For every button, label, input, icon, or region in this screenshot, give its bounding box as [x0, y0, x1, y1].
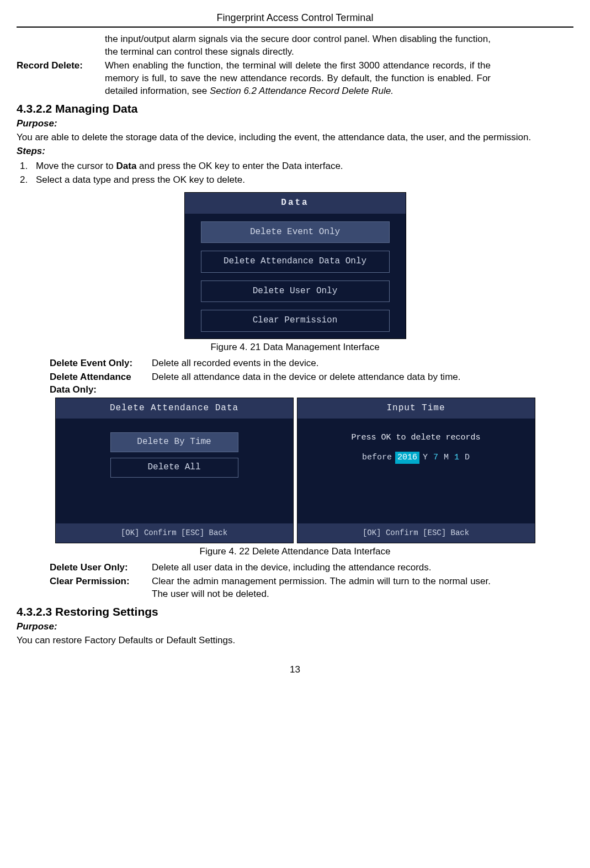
screen-title-data: Data — [185, 193, 406, 214]
figure-4-21: Data Delete Event Only Delete Attendance… — [17, 192, 573, 354]
caption-4-21: Figure 4. 21 Data Management Interface — [17, 341, 573, 354]
def-delete-attendance: Delete Attendance Data Only: Delete all … — [50, 371, 491, 396]
menu-item-clear-permission[interactable]: Clear Permission — [201, 310, 390, 332]
heading-4323: 4.3.2.3 Restoring Settings — [17, 604, 573, 620]
step1-bold: Data — [116, 161, 137, 171]
menu-item-delete-attendance[interactable]: Delete Attendance Data Only — [201, 251, 390, 273]
before-label: before — [362, 452, 392, 463]
figure-4-22: Delete Attendance Data Delete By Time De… — [17, 398, 573, 544]
year-suffix: Y — [423, 452, 428, 463]
def-delete-event-desc: Delete all recorded events in the device… — [152, 357, 491, 370]
heading-4322: 4.3.2.2 Managing Data — [17, 101, 573, 117]
def-delete-attendance-label: Delete Attendance Data Only: — [50, 371, 152, 396]
record-delete-label: Record Delete: — [17, 60, 105, 98]
screen-delete-attendance: Delete Attendance Data Delete By Time De… — [55, 398, 294, 544]
steps-label: Steps: — [17, 145, 573, 158]
def-delete-event: Delete Event Only: Delete all recorded e… — [50, 357, 491, 370]
steps-list: Move the cursor to Data and press the OK… — [30, 160, 573, 187]
def-delete-attendance-desc: Delete all attendance data in the device… — [152, 371, 491, 396]
date-input-line: before 2016 Y 7 M 1 D — [309, 452, 524, 464]
caption-4-22: Figure 4. 22 Delete Attendance Data Inte… — [17, 546, 573, 558]
device-screen-data: Data Delete Event Only Delete Attendance… — [184, 192, 406, 339]
definitions-1: Delete Event Only: Delete all recorded e… — [17, 357, 573, 396]
def-clear-permission-label: Clear Permission: — [50, 575, 152, 601]
intro-row: the input/output alarm signals via the s… — [17, 33, 573, 59]
screen-input-time: Input Time Press OK to delete records be… — [297, 398, 535, 544]
prompt-text: Press OK to delete records — [309, 432, 524, 443]
page-number: 13 — [17, 664, 573, 676]
purpose-text-2: You can restore Factory Defaults or Defa… — [17, 634, 573, 647]
def-delete-user-label: Delete User Only: — [50, 562, 152, 574]
month-suffix: M — [444, 452, 449, 463]
step1-post: and press the OK key to enter the Data i… — [136, 161, 343, 171]
record-delete-desc: When enabling the function, the terminal… — [105, 60, 573, 98]
day-input[interactable]: 1 — [452, 452, 461, 464]
purpose-label-1: Purpose: — [17, 118, 573, 130]
purpose-text-1: You are able to delete the storage data … — [17, 131, 573, 144]
month-input[interactable]: 7 — [431, 452, 440, 464]
intro-spacer — [17, 33, 105, 59]
record-delete-ref: Section 6.2 Attendance Record Delete Rul… — [210, 86, 394, 96]
menu-item-delete-event[interactable]: Delete Event Only — [201, 221, 390, 244]
intro-text: the input/output alarm signals via the s… — [105, 33, 573, 59]
menu-item-delete-user[interactable]: Delete User Only — [201, 280, 390, 303]
definitions-2: Delete User Only: Delete all user data i… — [17, 562, 573, 601]
step1-pre: Move the cursor to — [36, 161, 116, 171]
page-header: Fingerprint Access Control Terminal — [17, 11, 573, 28]
year-input[interactable]: 2016 — [395, 452, 419, 464]
option-delete-all[interactable]: Delete All — [110, 458, 238, 478]
def-clear-permission-desc: Clear the admin management permission. T… — [152, 575, 491, 601]
footer-right: [OK] Confirm [ESC] Back — [297, 523, 535, 543]
footer-left: [OK] Confirm [ESC] Back — [56, 523, 293, 543]
def-clear-permission: Clear Permission: Clear the admin manage… — [50, 575, 491, 601]
step-2: Select a data type and press the OK key … — [30, 174, 573, 187]
step-1: Move the cursor to Data and press the OK… — [30, 160, 573, 173]
day-suffix: D — [465, 452, 470, 463]
screen-title-input-time: Input Time — [297, 398, 535, 419]
def-delete-event-label: Delete Event Only: — [50, 357, 152, 370]
screen-title-del-att: Delete Attendance Data — [56, 398, 293, 419]
option-delete-by-time[interactable]: Delete By Time — [110, 432, 238, 452]
record-delete-row: Record Delete: When enabling the functio… — [17, 60, 573, 98]
def-delete-user-desc: Delete all user data in the device, incl… — [152, 562, 491, 574]
purpose-label-2: Purpose: — [17, 621, 573, 633]
def-delete-user: Delete User Only: Delete all user data i… — [50, 562, 491, 574]
